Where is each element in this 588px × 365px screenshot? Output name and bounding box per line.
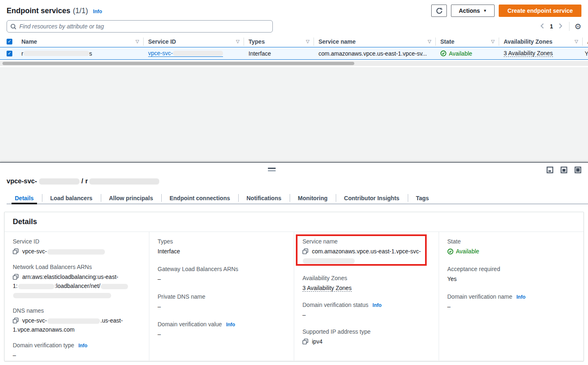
field-domain-verification-value: Domain verification value Info – (158, 321, 286, 339)
tab-allow-principals[interactable]: Allow principals (101, 192, 161, 204)
column-header-state[interactable]: State ▽ (435, 37, 499, 46)
copy-icon[interactable] (13, 274, 19, 280)
current-page-number[interactable]: 1 (550, 23, 553, 30)
field-label: Domain verification value (158, 321, 222, 328)
column-header-overflow: A (582, 37, 588, 46)
availability-zones-link[interactable]: 3 Availability Zones (302, 285, 352, 292)
filter-caret-icon[interactable]: ▽ (428, 39, 431, 44)
pager-divider (569, 22, 569, 31)
field-value: – (158, 302, 286, 311)
status-label: Available (449, 50, 472, 57)
filter-caret-icon[interactable]: ▽ (136, 39, 139, 44)
service-id-fragment: vpce-svc- (148, 50, 173, 56)
title-info-link[interactable]: Info (93, 9, 102, 14)
table-row[interactable]: ✓ r s vpce-svc- Interface com.amazonaws.… (0, 47, 588, 60)
panel-size-large-button[interactable] (574, 166, 581, 175)
filter-search-box[interactable] (7, 20, 273, 33)
name-fragment: r (21, 50, 23, 57)
column-header-types[interactable]: Types ▽ (244, 37, 314, 46)
select-all-checkbox[interactable]: ✓ (7, 39, 12, 44)
page-title: Endpoint services (7, 7, 70, 15)
row-checkbox[interactable]: ✓ (7, 51, 12, 56)
field-supported-ip-address-type: Supported IP address type ipv4 (302, 328, 430, 346)
details-card: Details Service ID vpce-svc- Network Loa… (4, 212, 584, 361)
check-circle-icon (447, 248, 453, 255)
endpoint-services-list-section: Endpoint services (1/1) Info Actions ▼ C… (0, 0, 588, 67)
row-select-cell: ✓ (0, 51, 16, 56)
tab-monitoring[interactable]: Monitoring (290, 192, 336, 204)
field-service-id: Service ID vpce-svc- (13, 238, 141, 256)
info-link[interactable]: Info (226, 322, 235, 328)
field-label: Domain verification status (302, 302, 368, 308)
table-header-row: ✓ Name ▽ Service ID ▽ Types ▽ Service na… (0, 36, 588, 47)
cell-service-name: com.amazonaws.vpce.us-east-1.vpce-sv... (314, 50, 435, 57)
panel-size-small-button[interactable] (546, 166, 553, 175)
status-badge: Available (440, 50, 472, 57)
tab-details[interactable]: Details (7, 192, 42, 204)
service-id-link[interactable]: vpce-svc- (148, 50, 223, 57)
details-column-3: Service name com.amazonaws.vpce.us-east-… (294, 232, 439, 360)
copy-icon[interactable] (302, 248, 308, 254)
column-header-availability-zones[interactable]: Availability Zones ▽ (499, 37, 582, 46)
filter-caret-icon[interactable]: ▽ (236, 39, 239, 44)
page-title-group: Endpoint services (1/1) Info (7, 7, 102, 15)
horizontal-scrollbar-track[interactable] (0, 61, 588, 66)
horizontal-scrollbar-thumb[interactable] (2, 62, 354, 65)
field-value: ipv4 (312, 338, 323, 345)
tab-contributor-insights[interactable]: Contributor Insights (336, 192, 408, 204)
previous-page-button[interactable] (539, 21, 546, 32)
copy-icon[interactable] (302, 339, 308, 344)
info-link[interactable]: Info (516, 294, 525, 300)
cell-overflow: Y (582, 50, 588, 57)
cell-service-id: vpce-svc- (143, 50, 244, 57)
column-header-service-id[interactable]: Service ID ▽ (143, 37, 244, 46)
field-label: Network Load Balancers ARNs (13, 264, 92, 270)
field-value: – (158, 330, 286, 339)
field-domain-verification-name: Domain verification name Info – (447, 293, 575, 311)
field-gwlb-arns: Gateway Load Balancers ARNs – (158, 266, 286, 283)
table-preferences-button[interactable]: ⚙ (574, 23, 581, 30)
search-input[interactable] (19, 23, 269, 30)
details-card-body: Service ID vpce-svc- Network Load Balanc… (5, 232, 583, 360)
field-value: – (302, 310, 430, 319)
column-label: Service name (318, 38, 356, 45)
panel-size-medium-button[interactable] (560, 166, 567, 175)
column-header-name[interactable]: Name ▽ (16, 37, 143, 46)
availability-zones-link[interactable]: 3 Availability Zones (504, 50, 553, 57)
panel-title: vpce-svc- / r (7, 178, 159, 185)
create-endpoint-service-button[interactable]: Create endpoint service (499, 5, 581, 17)
tab-notifications[interactable]: Notifications (238, 192, 290, 204)
refresh-button[interactable] (431, 5, 447, 17)
split-panel: vpce-svc- / r Details Load balancers All… (0, 162, 588, 365)
filter-caret-icon[interactable]: ▽ (306, 39, 309, 44)
field-label: Domain verification type (13, 342, 74, 349)
redacted-text (13, 293, 111, 298)
actions-button[interactable]: Actions ▼ (451, 5, 495, 17)
copy-icon[interactable] (13, 318, 19, 323)
caret-down-icon: ▼ (483, 9, 487, 13)
field-value: Yes (447, 274, 575, 283)
panel-title-fragment: r (85, 178, 88, 185)
field-value: .us-east- (100, 317, 123, 324)
column-label: Service ID (148, 38, 176, 45)
field-label: Availability Zones (302, 275, 347, 281)
filter-caret-icon[interactable]: ▽ (491, 39, 495, 44)
copy-icon[interactable] (13, 248, 19, 254)
panel-tabs: Details Load balancers Allow principals … (7, 192, 588, 204)
tab-load-balancers[interactable]: Load balancers (42, 192, 101, 204)
gear-icon: ⚙ (574, 22, 581, 31)
info-link[interactable]: Info (372, 302, 381, 308)
info-link[interactable]: Info (78, 343, 87, 349)
tab-endpoint-connections[interactable]: Endpoint connections (161, 192, 238, 204)
actions-button-label: Actions (459, 7, 480, 14)
tab-tags[interactable]: Tags (408, 192, 437, 204)
field-value: arn:aws:elasticloadbalancing:us-east- (22, 274, 118, 280)
details-column-4: State Available Acceptance (439, 232, 583, 360)
split-panel-drag-handle[interactable] (268, 168, 276, 171)
field-label: DNS names (13, 307, 44, 314)
details-column-2: Types Interface Gateway Load Balancers A… (149, 232, 294, 360)
next-page-button[interactable] (557, 21, 564, 32)
column-header-service-name[interactable]: Service name ▽ (314, 37, 435, 46)
filter-caret-icon[interactable]: ▽ (575, 39, 578, 44)
field-label: Domain verification name (447, 293, 512, 300)
